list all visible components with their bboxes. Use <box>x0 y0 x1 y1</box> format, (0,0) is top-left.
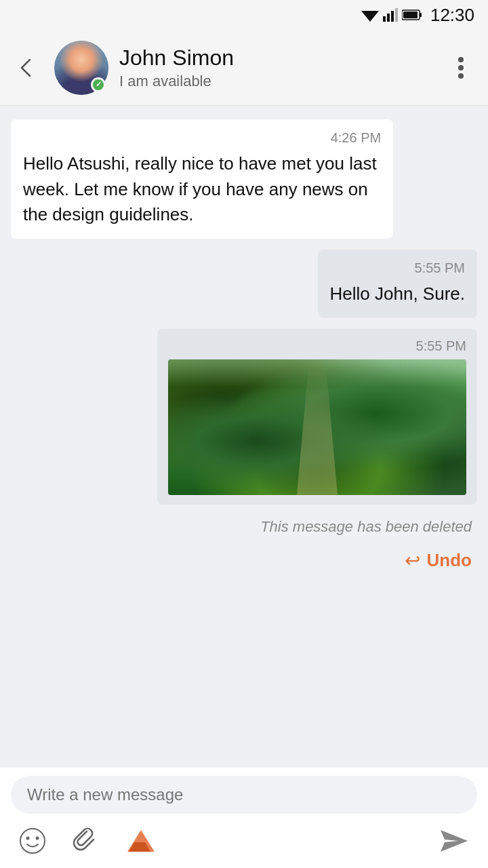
message-sent: 5:55 PM Hello John, Sure. <box>318 250 477 318</box>
emoji-icon <box>19 827 46 854</box>
svg-marker-0 <box>361 11 379 22</box>
more-icon <box>458 56 464 80</box>
contact-status: I am available <box>119 73 445 90</box>
message-image: 5:55 PM <box>157 329 477 505</box>
battery-icon <box>402 9 422 20</box>
back-button[interactable] <box>11 52 43 84</box>
svg-point-11 <box>20 829 45 853</box>
undo-icon: ↩ <box>405 549 420 572</box>
attachment-icon <box>73 827 100 854</box>
signal-icon <box>383 8 398 22</box>
svg-point-9 <box>458 65 464 71</box>
action-icons <box>16 825 157 857</box>
message-received: 4:26 PM Hello Atsushi, really nice to ha… <box>11 119 393 239</box>
status-icons: 12:30 <box>361 5 474 26</box>
contact-info: John Simon I am available <box>119 45 445 90</box>
svg-point-10 <box>458 73 464 79</box>
undo-row: ↩ Undo <box>11 549 477 572</box>
message-time-3: 5:55 PM <box>168 338 466 354</box>
status-bar: 12:30 <box>0 0 488 30</box>
emoji-button[interactable] <box>16 825 49 857</box>
send-icon <box>438 827 468 854</box>
chat-area: 4:26 PM Hello Atsushi, really nice to ha… <box>0 106 488 768</box>
message-text-2: Hello John, Sure. <box>330 281 465 307</box>
forest-image <box>168 359 466 495</box>
message-input[interactable] <box>27 785 461 804</box>
avatar-wrap <box>54 41 108 95</box>
svg-point-13 <box>36 837 39 840</box>
app-bar: John Simon I am available <box>0 30 488 106</box>
svg-rect-6 <box>420 13 422 17</box>
back-icon <box>16 57 38 79</box>
svg-rect-2 <box>387 14 390 22</box>
message-text-1: Hello Atsushi, really nice to have met y… <box>23 151 381 228</box>
more-button[interactable] <box>445 52 477 84</box>
sticker-icon <box>126 829 156 853</box>
svg-rect-3 <box>391 11 394 22</box>
online-indicator <box>91 77 106 92</box>
undo-button[interactable]: Undo <box>427 550 472 571</box>
contact-name: John Simon <box>119 45 445 71</box>
svg-point-8 <box>458 57 464 62</box>
svg-rect-4 <box>395 8 398 22</box>
attachment-button[interactable] <box>70 825 103 857</box>
svg-rect-7 <box>403 12 418 18</box>
status-time: 12:30 <box>430 5 474 26</box>
message-time-1: 4:26 PM <box>23 130 381 146</box>
send-button[interactable] <box>434 822 472 860</box>
svg-marker-16 <box>441 830 468 852</box>
sticker-button[interactable] <box>125 825 157 857</box>
message-time-2: 5:55 PM <box>330 260 465 276</box>
message-input-wrap[interactable] <box>11 776 477 814</box>
bottom-bar <box>0 768 488 868</box>
deleted-notice: This message has been deleted <box>11 518 477 536</box>
svg-rect-1 <box>383 16 386 22</box>
wifi-icon <box>361 8 379 22</box>
svg-point-12 <box>26 837 30 840</box>
bottom-actions <box>11 822 477 860</box>
